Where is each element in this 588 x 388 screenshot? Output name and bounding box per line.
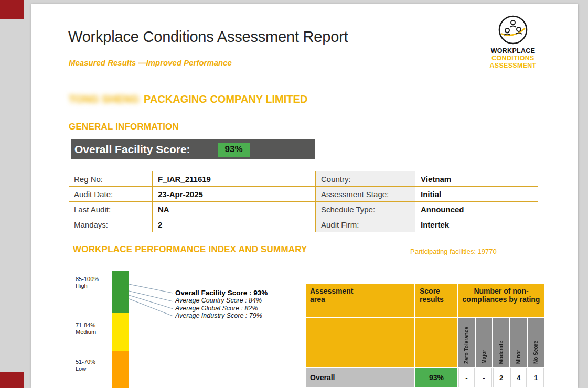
background-window-corner-bottom: [0, 372, 24, 388]
info-value: 2: [152, 217, 315, 232]
info-value: NA: [152, 202, 315, 217]
header-assessment-area: Assessment area: [306, 284, 414, 317]
info-value: Announced: [415, 202, 538, 217]
logo-line-conditions: CONDITIONS: [484, 55, 542, 62]
performance-summary-heading: WORKPLACE PERFORMANCE INDEX AND SUMMARY: [73, 244, 307, 255]
row-overall-major: -: [476, 368, 492, 387]
info-label: Country:: [315, 171, 415, 187]
general-info-table: Reg No: F_IAR_211619 Country: Vietnam Au…: [69, 171, 538, 232]
background-window-corner-top: [0, 0, 24, 19]
band-range: 51-70%: [76, 359, 110, 365]
rating-column-major: Major: [476, 318, 492, 367]
score-callout-lines: [129, 277, 174, 321]
band-name: High: [76, 283, 110, 289]
overall-facility-score-bar: Overall Facility Score: 93%: [71, 139, 315, 159]
info-value: Initial: [415, 187, 538, 202]
header-score-results: Score results: [415, 284, 457, 317]
report-page: Workplace Conditions Assessment Report M…: [31, 4, 578, 388]
info-label: Audit Firm:: [315, 217, 415, 232]
wca-people-circle-icon: [498, 38, 528, 47]
header-noncompliance: Number of non-compliances by rating: [458, 284, 544, 317]
row-overall-minor: 4: [510, 368, 527, 387]
score-annotations: Overall Facility Score : 93% Average Cou…: [175, 289, 268, 320]
band-name: Medium: [76, 329, 110, 336]
overall-facility-score-value: 93%: [218, 143, 250, 157]
info-label: Audit Date:: [69, 187, 152, 202]
band-name: Low: [76, 365, 110, 372]
company-name: TONG SHENGPACKAGING COMPANY LIMITED: [69, 93, 307, 105]
rating-column-minor: Minor: [510, 318, 527, 367]
participating-facilities: Participating facilities: 19770: [410, 247, 497, 255]
rating-column-no-score: No Score: [528, 318, 544, 367]
report-viewer: Workplace Conditions Assessment Report M…: [0, 0, 588, 388]
industry-score-annotation: Average Industry Score : 79%: [175, 312, 268, 320]
info-label: Reg No:: [69, 171, 152, 187]
band-label-low: 51-70% Low: [76, 359, 110, 372]
row-overall-zero-tolerance: -: [458, 368, 475, 387]
band-range: 85-100%: [76, 276, 110, 283]
info-value: Vietnam: [415, 171, 538, 187]
general-information-heading: GENERAL INFORMATION: [69, 122, 179, 132]
band-segment-low: [112, 351, 129, 388]
report-tagline: Measured Results —Improved Performance: [69, 58, 232, 67]
wca-logo: WORKPLACE CONDITIONS ASSESSMENT: [484, 15, 542, 69]
info-value: Intertek: [415, 217, 538, 232]
overall-score-annotation: Overall Facility Score : 93%: [175, 289, 268, 297]
row-overall-no-score: 1: [528, 368, 544, 387]
band-range: 71-84%: [76, 322, 110, 329]
info-value: F_IAR_211619: [152, 171, 315, 187]
rating-column-zero-tolerance: Zero Tolerance: [458, 318, 475, 367]
header-spacer-score: [415, 318, 457, 367]
logo-line-assessment: ASSESSMENT: [484, 62, 542, 69]
row-overall-moderate: 2: [493, 368, 509, 387]
info-label: Schedule Type:: [315, 202, 415, 217]
band-label-medium: 71-84% Medium: [76, 322, 110, 336]
band-label-high: 85-100% High: [76, 276, 110, 289]
band-segment-medium: [112, 313, 129, 351]
company-name-redacted: TONG SHENG: [69, 93, 139, 105]
row-overall-area: Overall: [306, 368, 414, 387]
assessment-summary-table: Assessment area Score results Number of …: [306, 284, 538, 387]
performance-index-bar: [112, 271, 129, 388]
overall-facility-score-label: Overall Facility Score:: [71, 143, 190, 156]
band-segment-high: [112, 271, 129, 313]
header-spacer-area: [306, 318, 414, 367]
info-value: 23-Apr-2025: [152, 187, 315, 202]
logo-line-workplace: WORKPLACE: [484, 47, 542, 55]
rating-column-moderate: Moderate: [493, 318, 509, 367]
country-score-annotation: Average Country Score : 84%: [175, 297, 268, 305]
company-name-visible: PACKAGING COMPANY LIMITED: [144, 93, 307, 105]
page-title: Workplace Conditions Assessment Report: [68, 28, 348, 46]
info-label: Mandays:: [69, 217, 152, 232]
info-label: Last Audit:: [69, 202, 152, 217]
row-overall-score: 93%: [415, 368, 457, 387]
info-label: Assessment Stage:: [315, 187, 415, 202]
global-score-annotation: Average Global Score : 82%: [175, 305, 268, 312]
